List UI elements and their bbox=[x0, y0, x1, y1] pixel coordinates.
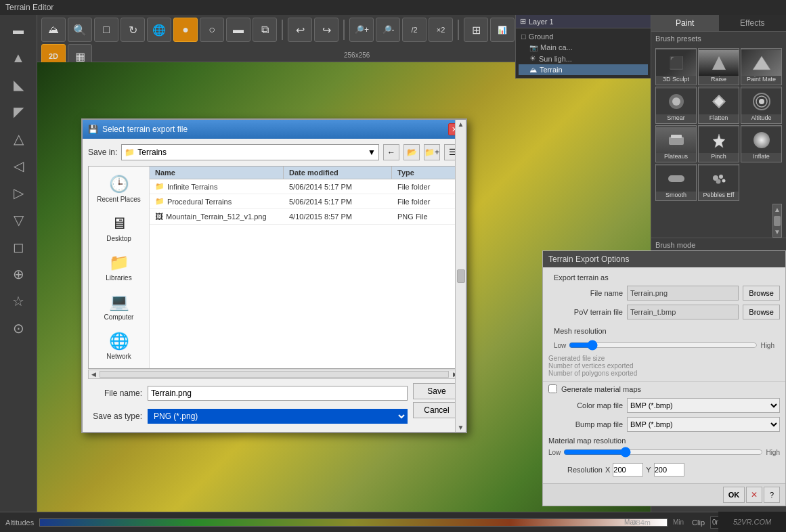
nav-desktop[interactable]: 🖥 Desktop bbox=[89, 208, 149, 248]
flat-tool-btn[interactable]: ▬ bbox=[226, 18, 250, 42]
filetype-select[interactable]: PNG (*.png) bbox=[148, 409, 408, 424]
sidebar-btn-2[interactable]: ◣ bbox=[5, 72, 31, 97]
nav-network[interactable]: 🌐 Network bbox=[89, 326, 149, 365]
tab-paint[interactable]: Paint bbox=[651, 15, 719, 31]
sidebar-btn-11[interactable]: ⊙ bbox=[5, 315, 31, 341]
nav-recent-places[interactable]: 🕒 Recent Places bbox=[89, 169, 149, 208]
sidebar-btn-10[interactable]: ☆ bbox=[5, 288, 31, 314]
save-btn[interactable]: Save bbox=[413, 383, 460, 399]
sidebar-btn-5[interactable]: ◁ bbox=[5, 153, 31, 179]
layer-item-sunlight[interactable]: ☀ Sun ligh... bbox=[519, 53, 648, 64]
undo-btn[interactable]: ↩ bbox=[288, 18, 312, 42]
sphere2-tool-btn[interactable]: ○ bbox=[200, 18, 224, 42]
brush-smear[interactable]: Smear bbox=[655, 87, 697, 124]
bump-map-select[interactable]: BMP (*.bmp) bbox=[627, 417, 780, 432]
scroll-thumb[interactable] bbox=[774, 216, 781, 226]
brush-inflate[interactable]: Inflate bbox=[741, 125, 782, 162]
res-y-input[interactable] bbox=[654, 463, 684, 476]
brush-altitude[interactable]: Altitude bbox=[741, 87, 782, 124]
save-in-content: 📁 Terrains bbox=[125, 148, 167, 157]
app-title: Terrain Editor bbox=[5, 3, 53, 12]
file-name-browse-btn[interactable]: Browse bbox=[743, 286, 780, 301]
layer-item-terrain[interactable]: ⛰ Terrain bbox=[519, 64, 648, 75]
scroll-down[interactable]: ▼ bbox=[774, 228, 781, 236]
sidebar-btn-9[interactable]: ⊕ bbox=[5, 261, 31, 287]
brush-paint-mate[interactable]: Paint Mate bbox=[741, 48, 782, 85]
brush-raise[interactable]: Raise bbox=[698, 48, 739, 85]
terrain-tool-btn[interactable]: ⛰ bbox=[41, 18, 66, 42]
brush-scroll[interactable]: ▲ ▼ bbox=[651, 204, 786, 238]
brush-plateaus-label: Plateaus bbox=[664, 153, 688, 160]
redo-btn[interactable]: ↪ bbox=[314, 18, 339, 42]
sep3 bbox=[458, 20, 459, 40]
file-row-2[interactable]: 🖼 Mountain_Terrain_512_v1.png 4/10/2015 … bbox=[150, 209, 460, 225]
sidebar-btn-6[interactable]: ▷ bbox=[5, 180, 31, 206]
tab-effects[interactable]: Effects bbox=[719, 15, 787, 31]
sidebar-btn-0[interactable]: ▬ bbox=[5, 18, 31, 43]
paint-effects-tabs: Paint Effects bbox=[651, 15, 786, 32]
file-hscrollbar[interactable]: ◀ ▶ bbox=[88, 370, 460, 379]
file-cell-name-1: 📁 Procedural Terrains bbox=[150, 194, 284, 208]
globe-tool-btn[interactable]: 🌐 bbox=[147, 18, 171, 42]
col-type[interactable]: Type bbox=[392, 167, 460, 179]
zoom-in-btn[interactable]: 🔎+ bbox=[349, 18, 374, 42]
sidebar-btn-8[interactable]: ◻ bbox=[5, 234, 31, 260]
rotate-tool-btn[interactable]: ↻ bbox=[121, 18, 145, 42]
export-ok-btn[interactable]: OK bbox=[723, 487, 745, 503]
copy-tool-btn[interactable]: ⧉ bbox=[253, 18, 277, 42]
file-row-0[interactable]: 📁 Infinite Terrains 5/06/2014 5:17 PM Fi… bbox=[150, 179, 460, 194]
brush-pinch[interactable]: Pinch bbox=[698, 125, 739, 162]
pov-terrain-browse-btn[interactable]: Browse bbox=[743, 305, 780, 319]
sidebar-btn-7[interactable]: ▽ bbox=[5, 207, 31, 233]
nav-libraries[interactable]: 📁 Libraries bbox=[89, 248, 149, 287]
mat-resolution-slider[interactable] bbox=[563, 447, 763, 458]
up-btn[interactable]: 📂 bbox=[403, 144, 420, 160]
sidebar-btn-4[interactable]: △ bbox=[5, 126, 31, 152]
export-help-btn[interactable]: ? bbox=[764, 487, 780, 503]
cancel-btn[interactable]: Cancel bbox=[413, 402, 460, 418]
scroll-thumb[interactable] bbox=[457, 269, 460, 283]
col-name[interactable]: Name bbox=[150, 167, 284, 179]
file-list-scrollbar[interactable]: ▲ ▼ bbox=[455, 167, 460, 368]
zoom-tool-btn[interactable]: 🔍 bbox=[68, 18, 92, 42]
file-row-1[interactable]: 📁 Procedural Terrains 5/06/2014 5:17 PM … bbox=[150, 194, 460, 209]
color-map-select[interactable]: BMP (*.bmp) bbox=[627, 398, 780, 413]
nav-computer[interactable]: 💻 Computer bbox=[89, 287, 149, 326]
file-name-input[interactable] bbox=[627, 286, 739, 301]
x2-btn[interactable]: ×2 bbox=[429, 18, 453, 42]
select-tool-btn[interactable]: □ bbox=[94, 18, 118, 42]
res-x-input[interactable] bbox=[613, 463, 643, 476]
libraries-icon: 📁 bbox=[109, 253, 129, 272]
brush-flatten[interactable]: Flatten bbox=[698, 87, 739, 124]
subdivide-btn[interactable]: /2 bbox=[402, 18, 427, 42]
brush-raise-label: Raise bbox=[711, 76, 726, 83]
hscroll-left[interactable]: ◀ bbox=[89, 371, 98, 378]
export-options-panel: Terrain Export Options Export terrain as… bbox=[542, 250, 786, 506]
resize-btn[interactable]: ⊞ bbox=[464, 18, 488, 42]
expand-icon[interactable]: ⊞ bbox=[520, 17, 526, 26]
new-folder-btn[interactable]: 📁+ bbox=[424, 144, 440, 160]
graph-btn[interactable]: 📊 bbox=[490, 18, 515, 42]
brush-smooth[interactable]: Smooth bbox=[655, 164, 697, 201]
brush-pebbles[interactable]: Pebbles Eff bbox=[698, 164, 739, 201]
generate-mat-checkbox[interactable] bbox=[548, 384, 557, 393]
brush-scrollbar[interactable]: ▲ ▼ bbox=[772, 204, 782, 238]
export-cancel-btn[interactable]: ✕ bbox=[746, 487, 762, 503]
layer-item-maincam[interactable]: 📷 Main ca... bbox=[519, 42, 648, 53]
filename-input[interactable] bbox=[148, 386, 408, 401]
scroll-up[interactable]: ▲ bbox=[774, 206, 781, 213]
pov-terrain-input[interactable] bbox=[627, 305, 739, 319]
brush-plateaus[interactable]: Plateaus bbox=[655, 125, 697, 162]
mesh-resolution-slider[interactable] bbox=[569, 340, 758, 351]
file-dialog-left-nav: 🕒 Recent Places 🖥 Desktop 📁 Libraries 💻 … bbox=[89, 167, 150, 368]
layer-item-ground[interactable]: □ Ground bbox=[519, 31, 648, 42]
col-date[interactable]: Date modified bbox=[284, 167, 392, 179]
sidebar-btn-1[interactable]: ▲ bbox=[5, 45, 31, 70]
back-btn[interactable]: ← bbox=[383, 144, 399, 160]
sidebar-btn-3[interactable]: ◤ bbox=[5, 99, 31, 125]
mesh-resolution-label: Mesh resolution bbox=[548, 324, 780, 336]
zoom-out-btn[interactable]: 🔎- bbox=[376, 18, 400, 42]
brush-3d-sculpt[interactable]: ⬛ 3D Sculpt bbox=[655, 48, 697, 85]
save-in-combo[interactable]: 📁 Terrains ▼ bbox=[121, 144, 379, 160]
sphere-tool-btn[interactable]: ● bbox=[173, 18, 198, 42]
